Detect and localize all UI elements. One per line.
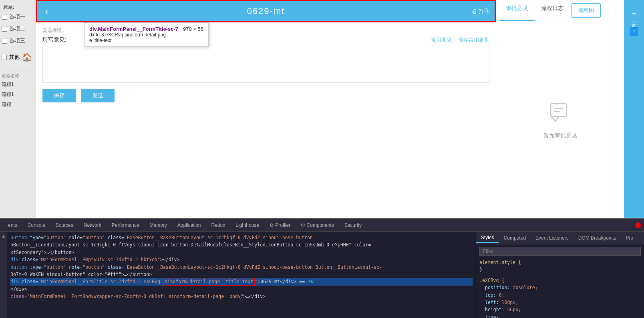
- send-button[interactable]: 发送: [81, 89, 115, 102]
- opinion-label: 填写意见:: [42, 36, 66, 44]
- svg-rect-0: [551, 104, 567, 116]
- styles-tab-event-listeners[interactable]: Event Listeners: [531, 234, 574, 242]
- prev-button[interactable]: 前一: [629, 14, 639, 24]
- checkbox-label-1: 选项一: [10, 13, 25, 20]
- checkbox-label-2: 选项二: [10, 25, 25, 32]
- right-content: 暂无审批意见: [496, 21, 624, 218]
- checkbox-input-2[interactable]: [2, 26, 7, 32]
- devtools-tab-ents[interactable]: ents: [3, 221, 22, 230]
- tab-log[interactable]: 流程日志: [535, 0, 570, 21]
- print-label: 打印: [479, 8, 490, 15]
- styles-rule-element: element.style { }: [479, 259, 641, 274]
- home-icon[interactable]: 🏠: [22, 52, 32, 62]
- no-opinion-text: 暂无审批意见: [543, 132, 577, 139]
- code-line-7-highlighted: div class="MainFormPanel__FormTitle-sc-7…: [10, 278, 473, 285]
- styles-tab-pro[interactable]: Pro: [621, 234, 638, 242]
- workflow-label: 流程名称: [2, 70, 34, 79]
- styles-tab-dom-breakpoints[interactable]: DOM Breakpoints: [574, 234, 621, 242]
- action-buttons: 保存 发送: [42, 89, 489, 102]
- far-right-strip: 查 前一 1: [624, 0, 644, 218]
- devtools-tab-redux[interactable]: Redux: [207, 221, 230, 230]
- tooltip-class1: dxftd-3.eXCRvq.sinoform-detail-pag: [89, 32, 203, 38]
- devtools-tab-sources[interactable]: Sources: [51, 221, 78, 230]
- devtools-body: ▲ button type="button" role="button" cla…: [0, 232, 644, 318]
- sidebar-checkbox-3[interactable]: 选项三: [2, 37, 34, 44]
- checkbox-input-other[interactable]: [2, 55, 7, 60]
- tab-opinion[interactable]: 审批意见: [499, 0, 535, 21]
- devtools-tab-memory[interactable]: Memory: [145, 221, 171, 230]
- tooltip-dimensions: 970 × 56: [183, 26, 203, 32]
- workflow-item-1[interactable]: 流程1: [2, 80, 34, 89]
- code-line-8: </div>: [10, 286, 473, 293]
- save-button[interactable]: 保存: [42, 89, 76, 102]
- sidebar-checkbox-2[interactable]: 选项二: [2, 25, 34, 32]
- styles-tabs: Styles Computed Event Listeners DOM Brea…: [476, 232, 644, 244]
- styles-panel: Styles Computed Event Listeners DOM Brea…: [476, 232, 644, 318]
- code-line-9: class="MainFormPanel__FormBodyWrapper-sc…: [10, 293, 473, 300]
- devtools-tab-application[interactable]: Application: [173, 221, 206, 230]
- styles-rule-excrv: .eXCRvq { position: absolute; top: 0; le…: [479, 277, 641, 318]
- code-line-2: nButton__IconButtonLayout-sc-1c9zgk1-0 f…: [10, 241, 473, 248]
- code-line-6: 3o7m-0 WsXEN sinoui-button" color="#fff"…: [10, 271, 473, 278]
- query-button[interactable]: 查: [629, 3, 639, 13]
- scroll-up[interactable]: ▲: [0, 232, 7, 318]
- styles-selector-excrv: .eXCRvq {: [479, 278, 504, 283]
- common-opinion-link[interactable]: 常用意见: [431, 36, 452, 44]
- devtools-tabs: ents Console Sources Network Performance…: [0, 219, 644, 232]
- devtools-panel: ents Console Sources Network Performance…: [0, 218, 644, 318]
- checkbox-label-other: 其他: [9, 54, 20, 61]
- code-line-3: xtSecondary">…</button>: [10, 249, 473, 256]
- workflow-item-3[interactable]: 流程: [2, 100, 34, 109]
- devtools-tab-profiler[interactable]: ⚙ Profiler: [265, 221, 295, 230]
- workflow-item-2[interactable]: 流程1: [2, 90, 34, 99]
- right-tabs: 审批意见 流程日志 流程图: [496, 0, 624, 21]
- badge: 1: [630, 27, 639, 36]
- title-label: 标题:: [2, 3, 34, 12]
- checkbox-label-3: 选项三: [10, 37, 25, 44]
- devtools-tab-performance[interactable]: Performance: [107, 221, 144, 230]
- opinion-links: 常用意见 保存常用意见: [431, 36, 489, 44]
- back-button[interactable]: ‹: [42, 5, 51, 18]
- tooltip-element-name: div.MainFormPanel__FormTitle-sc-7: [89, 26, 178, 32]
- styles-filter-input[interactable]: [479, 247, 641, 256]
- form-body: 复选框组1 填写意见: 常用意见 保存常用意见 保存 发送: [36, 22, 496, 218]
- devtools-tab-lighthouse[interactable]: Lighthouse: [231, 221, 264, 230]
- right-panel: 审批意见 流程日志 流程图 暂无审批意见: [496, 0, 624, 218]
- element-tooltip: div.MainFormPanel__FormTitle-sc-7 970 × …: [84, 22, 209, 47]
- code-line-1: button type="button" role="button" class…: [10, 234, 473, 241]
- form-title: 0629-mt: [247, 6, 285, 16]
- code-line-5: button type="button" role="button" class…: [10, 264, 473, 271]
- checkbox-input-3[interactable]: [2, 38, 7, 44]
- error-indicator: [635, 222, 641, 228]
- sidebar-checkbox-1[interactable]: 选项一: [2, 13, 34, 20]
- form-title-bar: ‹ 0629-mt 🖨 打印: [36, 0, 496, 22]
- save-common-link[interactable]: 保存常用意见: [458, 36, 489, 44]
- styles-selector-element: element.style {: [479, 260, 521, 265]
- devtools-tab-network[interactable]: Network: [79, 221, 106, 230]
- printer-icon: 🖨: [471, 8, 477, 14]
- print-button[interactable]: 🖨 打印: [471, 8, 490, 15]
- devtools-tab-console[interactable]: Console: [23, 221, 50, 230]
- devtools-tab-security[interactable]: Security: [340, 221, 366, 230]
- no-opinion-icon: [549, 100, 572, 127]
- code-line-4: div class="MainFormPanel__EmptyDiv-sc-7d…: [10, 256, 473, 263]
- styles-tab-styles[interactable]: Styles: [476, 233, 499, 243]
- opinion-textarea[interactable]: [42, 47, 489, 83]
- devtools-tab-components[interactable]: ⚙ Components: [296, 221, 338, 230]
- checkbox-input-1[interactable]: [2, 14, 7, 20]
- devtools-code: button type="button" role="button" class…: [7, 232, 476, 318]
- other-row: 其他 🏠: [2, 52, 34, 62]
- tooltip-class2: e_title-text: [89, 38, 203, 43]
- styles-content: element.style { } .eXCRvq { position: ab…: [476, 244, 644, 318]
- styles-tab-computed[interactable]: Computed: [499, 234, 531, 242]
- tab-flowchart[interactable]: 流程图: [572, 3, 601, 18]
